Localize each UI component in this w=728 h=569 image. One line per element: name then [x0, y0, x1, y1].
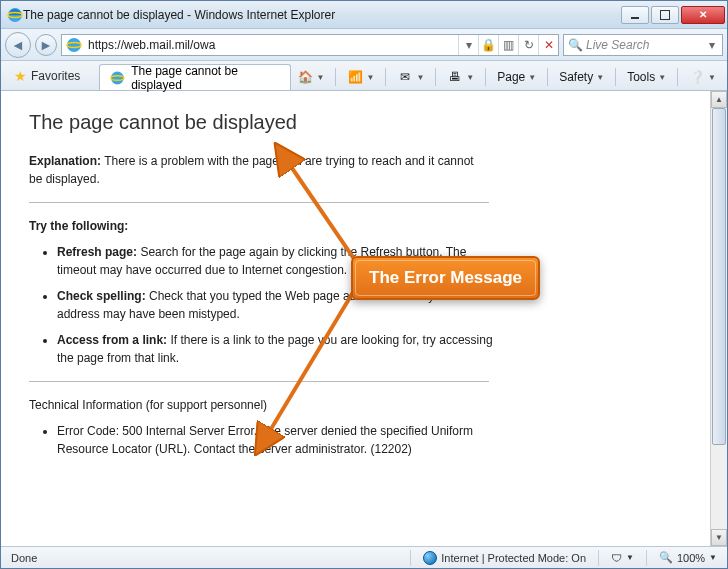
address-dropdown[interactable]: ▾	[458, 35, 478, 55]
svg-point-2	[67, 38, 81, 52]
shield-icon: 🛡	[611, 552, 622, 564]
vertical-scrollbar[interactable]: ▲ ▼	[710, 91, 727, 546]
try-block: Try the following:	[29, 217, 489, 235]
search-box[interactable]: 🔍 Live Search ▾	[563, 34, 723, 56]
annotation-callout: The Error Message	[351, 256, 540, 300]
divider	[29, 381, 489, 382]
scroll-down-button[interactable]: ▼	[711, 529, 727, 546]
zoom-icon: 🔍	[659, 551, 673, 564]
address-bar[interactable]: https://web.mail.mil/owa ▾ 🔒 ▥ ↻ ✕	[61, 34, 559, 56]
home-button[interactable]: 🏠▼	[291, 66, 332, 88]
help-icon: ❔	[689, 69, 705, 85]
refresh-button[interactable]: ↻	[518, 35, 538, 55]
back-button[interactable]: ◄	[5, 32, 31, 58]
search-placeholder: Live Search	[586, 38, 702, 52]
scroll-track[interactable]	[711, 108, 727, 529]
feeds-button[interactable]: 📶▼	[340, 66, 381, 88]
mail-icon: ✉	[397, 69, 413, 85]
ie-logo-icon	[7, 7, 23, 23]
close-button[interactable]	[681, 6, 725, 24]
ie-window: The page cannot be displayed - Windows I…	[0, 0, 728, 569]
status-done: Done	[7, 552, 41, 564]
mail-button[interactable]: ✉▼	[390, 66, 431, 88]
list-item: Error Code: 500 Internal Server Error. T…	[57, 422, 497, 458]
svg-point-4	[111, 71, 124, 84]
rss-icon: 📶	[347, 69, 363, 85]
tab-title: The page cannot be displayed	[131, 64, 279, 92]
try-label: Try the following:	[29, 219, 128, 233]
home-icon: 🏠	[298, 69, 314, 85]
titlebar: The page cannot be displayed - Windows I…	[1, 1, 727, 29]
lock-icon[interactable]: 🔒	[478, 35, 498, 55]
zoom-value: 100%	[677, 552, 705, 564]
window-controls	[621, 6, 725, 24]
search-icon: 🔍	[568, 38, 582, 52]
list-item: Access from a link: If there is a link t…	[57, 331, 497, 367]
explanation-label: Explanation:	[29, 154, 101, 168]
forward-button[interactable]: ►	[35, 34, 57, 56]
help-button[interactable]: ❔▼	[682, 66, 723, 88]
page-menu[interactable]: Page ▼	[490, 66, 543, 88]
security-zone[interactable]: Internet | Protected Mode: On	[419, 551, 590, 565]
search-dropdown[interactable]: ▾	[702, 35, 722, 55]
safety-menu[interactable]: Safety ▼	[552, 66, 611, 88]
protected-mode-toggle[interactable]: 🛡 ▼	[607, 552, 638, 564]
maximize-button[interactable]	[651, 6, 679, 24]
star-icon: ★	[14, 68, 27, 84]
print-button[interactable]: 🖶▼	[440, 66, 481, 88]
divider	[29, 202, 489, 203]
tab-icon	[110, 70, 125, 86]
status-bar: Done Internet | Protected Mode: On 🛡 ▼ 🔍…	[1, 546, 727, 568]
content-area: The page cannot be displayed Explanation…	[1, 91, 727, 546]
tab-command-bar: ★ Favorites The page cannot be displayed…	[1, 61, 727, 91]
active-tab[interactable]: The page cannot be displayed	[99, 64, 290, 90]
navigation-bar: ◄ ► https://web.mail.mil/owa ▾ 🔒 ▥ ↻ ✕ 🔍…	[1, 29, 727, 61]
tech-info-list: Error Code: 500 Internal Server Error. T…	[57, 422, 497, 458]
explanation-block: Explanation: There is a problem with the…	[29, 152, 489, 188]
error-heading: The page cannot be displayed	[29, 111, 682, 134]
minimize-button[interactable]	[621, 6, 649, 24]
scroll-thumb[interactable]	[712, 108, 726, 445]
scroll-up-button[interactable]: ▲	[711, 91, 727, 108]
zoom-control[interactable]: 🔍 100% ▼	[655, 551, 721, 564]
favorites-button[interactable]: ★ Favorites	[5, 64, 89, 88]
tools-menu[interactable]: Tools ▼	[620, 66, 673, 88]
tech-info-label: Technical Information (for support perso…	[29, 396, 489, 414]
favorites-label: Favorites	[31, 69, 80, 83]
page-icon	[66, 37, 82, 53]
zone-text: Internet | Protected Mode: On	[441, 552, 586, 564]
error-page: The page cannot be displayed Explanation…	[1, 91, 710, 546]
compat-view-icon[interactable]: ▥	[498, 35, 518, 55]
globe-icon	[423, 551, 437, 565]
url-text: https://web.mail.mil/owa	[86, 38, 458, 52]
stop-button[interactable]: ✕	[538, 35, 558, 55]
window-title: The page cannot be displayed - Windows I…	[23, 8, 621, 22]
print-icon: 🖶	[447, 69, 463, 85]
command-bar: 🏠▼ 📶▼ ✉▼ 🖶▼ Page ▼ Safety ▼ Tools ▼ ❔▼	[291, 66, 723, 88]
